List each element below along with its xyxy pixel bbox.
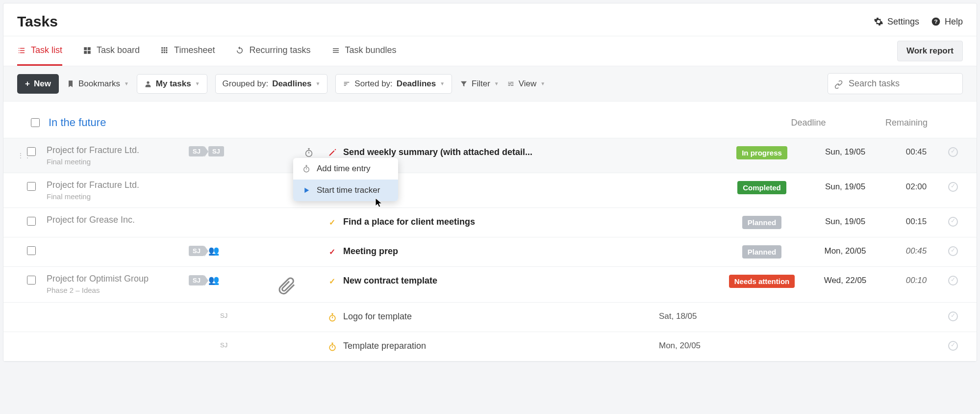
settings-button[interactable]: Settings xyxy=(874,17,919,27)
mytasks-dropdown[interactable]: My tasks ▼ xyxy=(137,74,207,94)
complete-toggle[interactable] xyxy=(948,147,958,157)
task-row[interactable]: ⋮⋮SJ👥✓Meeting prepPlannedMon, 20/0500:45 xyxy=(3,237,977,267)
group-header: In the future Deadline Remaining xyxy=(3,102,977,138)
bookmark-icon xyxy=(67,80,75,88)
help-button[interactable]: ? Help xyxy=(931,17,963,27)
stopwatch-icon[interactable] xyxy=(303,147,314,158)
search-field[interactable] xyxy=(828,73,963,94)
chevron-down-icon: ▼ xyxy=(195,81,200,86)
subproject-name: Final meeting xyxy=(47,192,189,201)
check-icon: ✓ xyxy=(329,247,335,257)
status-badge[interactable]: Planned xyxy=(742,216,781,229)
sliders-icon xyxy=(507,80,515,88)
assignee-badge[interactable]: SJ xyxy=(189,275,204,285)
help-icon: ? xyxy=(931,17,941,26)
bookmarks-dropdown[interactable]: Bookmarks ▼ xyxy=(67,79,129,89)
deadline: Wed, 22/05 xyxy=(801,274,889,285)
project-name: Project for Fracture Ltd. xyxy=(47,145,189,155)
people-icon[interactable]: 👥 xyxy=(208,245,219,256)
check-icon: ✓ xyxy=(329,218,335,227)
tab-task-list[interactable]: Task list xyxy=(17,36,62,66)
pencil-icon[interactable] xyxy=(328,148,337,157)
subproject-name: Phase 2 – Ideas xyxy=(47,286,189,294)
assignee-badge[interactable]: SJ xyxy=(208,146,224,156)
subproject-name: Final meeting xyxy=(47,157,189,166)
task-checkbox[interactable] xyxy=(27,217,36,226)
subtask-date: Mon, 20/05 xyxy=(659,339,723,351)
assignee-badge[interactable]: SJ xyxy=(189,146,204,156)
stopwatch-icon xyxy=(327,312,337,322)
task-checkbox[interactable] xyxy=(27,147,36,156)
time-dropdown: Add time entry Start time tracker xyxy=(293,158,398,201)
task-title[interactable]: Meeting prep xyxy=(343,246,659,257)
filter-icon xyxy=(460,80,468,88)
remaining: 00:45 xyxy=(889,145,943,157)
cursor-icon xyxy=(375,197,383,210)
tab-bar: Task list Task board Timesheet Recurring… xyxy=(3,36,977,66)
task-row[interactable]: ⋮⋮Project for Fracture Ltd.Final meeting… xyxy=(3,173,977,208)
plus-icon: + xyxy=(25,79,30,89)
tab-recurring[interactable]: Recurring tasks xyxy=(235,36,310,66)
groupby-dropdown[interactable]: Grouped by: Deadlines ▼ xyxy=(215,74,328,94)
task-title[interactable]: Logo for template xyxy=(343,311,659,322)
assignee-text: SJ xyxy=(216,310,231,321)
list-icon xyxy=(17,46,26,55)
task-row[interactable]: ⋮⋮Project for Optimist GroupPhase 2 – Id… xyxy=(3,267,977,303)
search-input[interactable] xyxy=(844,74,956,94)
complete-toggle[interactable] xyxy=(948,246,958,256)
filter-dropdown[interactable]: Filter ▼ xyxy=(460,79,499,89)
complete-toggle[interactable] xyxy=(948,182,958,192)
sort-icon xyxy=(343,80,351,88)
tab-task-board[interactable]: Task board xyxy=(83,36,140,66)
chevron-down-icon: ▼ xyxy=(440,81,445,86)
task-title[interactable]: Send weekly summary (with attached detai… xyxy=(343,147,659,157)
task-checkbox[interactable] xyxy=(27,246,36,255)
complete-toggle[interactable] xyxy=(948,311,958,321)
task-title[interactable]: Template preparation xyxy=(343,341,659,351)
status-badge[interactable]: Needs attention xyxy=(729,275,795,288)
complete-toggle[interactable] xyxy=(948,217,958,227)
group-title[interactable]: In the future xyxy=(49,116,106,129)
complete-toggle[interactable] xyxy=(948,276,958,285)
complete-toggle[interactable] xyxy=(948,341,958,351)
deadline: Sun, 19/05 xyxy=(801,180,889,192)
chevron-down-icon: ▼ xyxy=(494,81,499,86)
task-checkbox[interactable] xyxy=(27,182,36,191)
tab-bundles[interactable]: Task bundles xyxy=(331,36,397,66)
new-button[interactable]: + New xyxy=(17,74,59,94)
select-all-checkbox[interactable] xyxy=(31,118,40,127)
task-title[interactable]: Find a place for client meetings xyxy=(343,217,659,227)
deadline: Mon, 20/05 xyxy=(801,244,889,256)
people-icon[interactable]: 👥 xyxy=(208,275,219,285)
toolbar: + New Bookmarks ▼ My tasks ▼ Grouped by:… xyxy=(3,66,977,102)
board-icon xyxy=(83,46,92,55)
task-row[interactable]: ⋮⋮Project for Grease Inc.✓Find a place f… xyxy=(3,208,977,237)
deadline: Sun, 19/05 xyxy=(801,145,889,157)
sortby-dropdown[interactable]: Sorted by: Deadlines ▼ xyxy=(335,74,452,94)
task-row[interactable]: ⋮⋮SJLogo for templateSat, 18/05 xyxy=(3,303,977,332)
paperclip-icon xyxy=(277,276,297,295)
remaining: 00:45 xyxy=(889,244,943,256)
task-row[interactable]: ⋮⋮SJTemplate preparationMon, 20/05 xyxy=(3,332,977,362)
gear-icon xyxy=(874,17,883,26)
remaining: 00:10 xyxy=(889,274,943,285)
status-badge[interactable]: Planned xyxy=(742,245,781,259)
drag-handle-icon[interactable]: ⋮⋮ xyxy=(17,152,27,159)
check-icon: ✓ xyxy=(329,277,335,286)
grid-icon xyxy=(160,46,169,55)
work-report-button[interactable]: Work report xyxy=(897,41,963,61)
assignee-badge[interactable]: SJ xyxy=(189,246,204,256)
status-badge[interactable]: Completed xyxy=(737,181,786,194)
task-checkbox[interactable] xyxy=(27,276,36,285)
stopwatch-icon xyxy=(327,342,337,352)
deadline: Sun, 19/05 xyxy=(801,215,889,227)
project-name: Project for Optimist Group xyxy=(47,274,189,284)
remaining: 02:00 xyxy=(889,180,943,192)
page-title: Tasks xyxy=(17,13,58,30)
status-badge[interactable]: In progress xyxy=(736,146,787,159)
task-row[interactable]: ⋮⋮Project for Fracture Ltd.Final meeting… xyxy=(3,138,977,173)
add-time-entry-item[interactable]: Add time entry xyxy=(293,158,398,180)
view-dropdown[interactable]: View ▼ xyxy=(507,79,545,89)
tab-timesheet[interactable]: Timesheet xyxy=(160,36,215,66)
task-title[interactable]: New contract template xyxy=(343,276,659,286)
